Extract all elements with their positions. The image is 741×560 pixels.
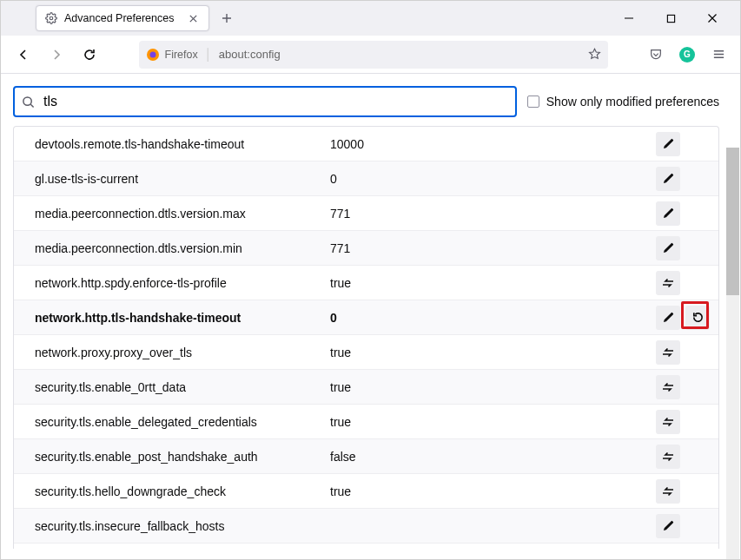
svg-point-4 — [23, 96, 31, 104]
separator: │ — [205, 48, 212, 61]
pref-value: true — [330, 276, 656, 290]
edit-button[interactable] — [656, 132, 680, 156]
pref-value: 771 — [330, 241, 656, 255]
pref-row: security.tls.hello_downgrade_checktrue — [14, 474, 718, 509]
pref-search-input-wrapper[interactable] — [13, 86, 517, 117]
pref-name: security.tls.enable_delegated_credential… — [35, 415, 330, 429]
pref-value: 10000 — [330, 137, 656, 151]
forward-button[interactable] — [44, 43, 69, 67]
pref-name: network.http.tls-handshake-timeout — [35, 311, 330, 325]
pref-value: 0 — [330, 311, 656, 325]
show-only-modified-label: Show only modified preferences — [546, 95, 719, 109]
svg-point-0 — [50, 16, 53, 20]
pref-row: gl.use-tls-is-current0 — [14, 161, 718, 196]
bookmark-star-icon[interactable] — [588, 48, 601, 61]
svg-rect-1 — [667, 15, 674, 22]
browser-tab[interactable]: Advanced Preferences — [36, 5, 209, 31]
pref-row: media.peerconnection.dtls.version.max771 — [14, 196, 718, 231]
window-titlebar: Advanced Preferences — [1, 1, 740, 36]
reload-button[interactable] — [77, 43, 102, 67]
edit-button[interactable] — [656, 306, 680, 330]
scrollbar[interactable] — [726, 148, 739, 560]
firefox-logo-icon — [146, 48, 160, 62]
pref-value: true — [330, 380, 656, 394]
tab-title: Advanced Preferences — [64, 12, 179, 24]
checkbox-icon — [527, 96, 539, 108]
back-button[interactable] — [11, 43, 36, 67]
browser-toolbar: Firefox │ about:config G — [1, 36, 740, 74]
pref-row: devtools.remote.tls-handshake-timeout100… — [14, 127, 718, 161]
edit-button[interactable] — [656, 201, 680, 226]
edit-button[interactable] — [656, 236, 680, 260]
pref-name: gl.use-tls-is-current — [35, 172, 330, 186]
pref-name: network.http.spdy.enforce-tls-profile — [35, 276, 330, 290]
identity-box[interactable]: Firefox — [146, 48, 198, 62]
toggle-button[interactable] — [656, 445, 680, 469]
pref-row: network.proxy.proxy_over_tlstrue — [14, 335, 718, 370]
url-text: about:config — [219, 48, 581, 61]
pref-row: security.tls.insecure_fallback_hosts — [14, 509, 718, 544]
highlight-annotation — [681, 301, 709, 329]
pref-value: true — [330, 484, 656, 498]
pref-row: security.tls.enable_post_handshake_authf… — [14, 439, 718, 474]
pref-value: 771 — [330, 207, 656, 221]
close-window-button[interactable] — [702, 8, 723, 29]
tab-close-button[interactable] — [186, 11, 200, 25]
pref-name: devtools.remote.tls-handshake-timeout — [35, 137, 330, 151]
app-menu-button[interactable] — [707, 43, 730, 66]
pref-name: security.tls.hello_downgrade_check — [35, 484, 330, 498]
pref-name: security.tls.insecure_fallback_hosts — [35, 519, 330, 533]
pref-name: media.peerconnection.dtls.version.min — [35, 241, 330, 255]
pocket-icon[interactable] — [645, 43, 667, 66]
gear-icon — [45, 12, 57, 24]
toggle-button[interactable] — [656, 271, 680, 295]
scrollbar-thumb[interactable] — [726, 148, 739, 295]
pref-row: security.tls.enable_0rtt_datatrue — [14, 370, 718, 405]
pref-value: true — [330, 415, 656, 429]
show-only-modified-checkbox[interactable]: Show only modified preferences — [527, 95, 719, 109]
maximize-button[interactable] — [660, 8, 681, 29]
toggle-button[interactable] — [656, 410, 680, 434]
pref-search-input[interactable] — [42, 93, 508, 110]
minimize-button[interactable] — [619, 8, 639, 29]
pref-name: network.proxy.proxy_over_tls — [35, 346, 330, 359]
pref-row: network.http.spdy.enforce-tls-profiletru… — [14, 266, 718, 300]
pref-name: media.peerconnection.dtls.version.max — [35, 207, 330, 221]
prefs-table: devtools.remote.tls-handshake-timeout100… — [13, 126, 719, 549]
svg-point-3 — [149, 51, 155, 57]
pref-value: true — [330, 346, 656, 359]
toggle-button[interactable] — [656, 479, 680, 504]
search-icon — [22, 96, 35, 109]
pref-value: false — [330, 450, 656, 464]
window-controls — [619, 1, 737, 36]
aboutconfig-content: Show only modified preferences devtools.… — [1, 74, 740, 560]
grammarly-badge: G — [679, 47, 695, 63]
new-tab-button[interactable] — [215, 6, 239, 30]
identity-label: Firefox — [165, 49, 198, 61]
pref-row: media.peerconnection.dtls.version.min771 — [14, 231, 718, 266]
url-bar[interactable]: Firefox │ about:config — [139, 41, 608, 69]
edit-button[interactable] — [656, 167, 680, 191]
pref-value: 0 — [330, 172, 656, 186]
pref-row: network.http.tls-handshake-timeout0 — [14, 300, 718, 335]
toggle-button[interactable] — [656, 375, 680, 399]
pref-row: security.tls.enable_delegated_credential… — [14, 405, 718, 439]
pref-name: security.tls.enable_0rtt_data — [35, 380, 330, 394]
edit-button[interactable] — [656, 514, 680, 538]
extension-grammarly-icon[interactable]: G — [676, 43, 698, 66]
toggle-button[interactable] — [656, 340, 680, 365]
pref-name: security.tls.enable_post_handshake_auth — [35, 450, 330, 464]
